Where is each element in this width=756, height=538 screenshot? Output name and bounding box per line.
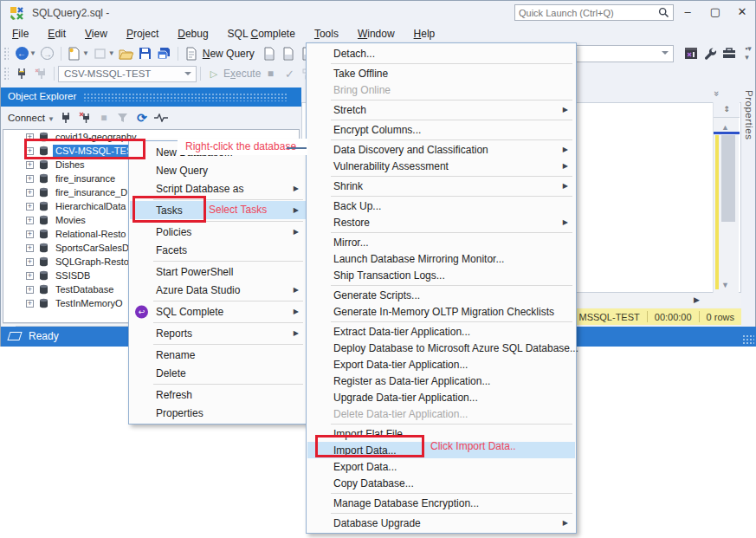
add-item-dropdown-caret-icon[interactable]: ▼: [108, 49, 115, 57]
wrench-icon[interactable]: [701, 44, 719, 62]
database-name[interactable]: SQLGraph-Resto: [53, 256, 132, 268]
menu-item-deploy-database-to-microsoft-azure-sql-database[interactable]: Deploy Database to Microsoft Azure SQL D…: [307, 340, 575, 356]
connect-dropdown[interactable]: Connect ▼: [8, 113, 55, 123]
menu-item-detach[interactable]: Detach...: [307, 45, 575, 62]
menu-item-delete[interactable]: Delete: [130, 364, 306, 382]
save-icon[interactable]: [137, 45, 154, 62]
new-file-icon[interactable]: [66, 45, 83, 62]
menu-item-policies[interactable]: Policies▶: [130, 223, 306, 241]
database-name[interactable]: SSISDB: [53, 269, 93, 282]
expand-icon[interactable]: +: [26, 189, 34, 197]
menu-item-back-up[interactable]: Back Up...: [307, 198, 575, 214]
expand-icon[interactable]: +: [26, 258, 34, 266]
menu-item-manage-database-encryption[interactable]: Manage Database Encryption...: [307, 495, 575, 511]
menubar-item-help[interactable]: Help: [404, 26, 445, 43]
new-file-dropdown-caret-icon[interactable]: ▼: [82, 49, 89, 57]
execute-play-icon[interactable]: ▷: [205, 65, 223, 82]
scrollbar-thumb[interactable]: [721, 135, 735, 222]
menubar-item-sql-complete[interactable]: SQL Complete: [218, 26, 305, 43]
navigate-back-icon[interactable]: ←: [13, 45, 30, 62]
toolbar-overflow-icon[interactable]: ▪▾▾: [740, 44, 756, 62]
minimize-button[interactable]: –: [676, 3, 699, 22]
expand-icon[interactable]: +: [26, 175, 34, 183]
menu-item-upgrade-data-tier-application[interactable]: Upgrade Data-tier Application...: [307, 389, 575, 405]
database-name[interactable]: Dishes: [53, 159, 87, 171]
execute-button[interactable]: Execute: [223, 68, 261, 80]
quick-launch-box[interactable]: [514, 4, 674, 21]
open-file-icon[interactable]: [118, 45, 135, 62]
object-explorer-titlebar[interactable]: Object Explorer: [1, 88, 301, 107]
menu-item-shrink[interactable]: Shrink▶: [307, 178, 575, 194]
maximize-button[interactable]: ▢: [704, 3, 727, 22]
change-connection-icon[interactable]: [32, 65, 49, 82]
menu-item-export-data-tier-application[interactable]: Export Data-tier Application...: [307, 356, 575, 373]
scroll-up-icon[interactable]: ▲: [721, 123, 729, 132]
menu-item-ship-transaction-logs[interactable]: Ship Transaction Logs...: [307, 267, 575, 283]
menu-item-export-data[interactable]: Export Data...: [307, 458, 575, 475]
database-name[interactable]: TestDatabase: [53, 283, 116, 295]
save-all-icon[interactable]: [156, 45, 173, 62]
menubar-item-view[interactable]: View: [75, 26, 117, 43]
mdx-query-icon[interactable]: [261, 45, 278, 62]
scroll-right-icon[interactable]: ▶: [694, 295, 700, 304]
connect-icon[interactable]: [13, 65, 30, 82]
expand-icon[interactable]: +: [26, 272, 34, 280]
disconnect-plug-icon[interactable]: [76, 109, 94, 126]
menu-item-register-as-data-tier-application[interactable]: Register as Data-tier Application...: [307, 373, 575, 389]
menu-item-stretch[interactable]: Stretch▶: [307, 101, 575, 118]
menubar-item-file[interactable]: File: [3, 26, 38, 43]
menu-item-take-offline[interactable]: Take Offline: [307, 65, 575, 81]
database-name[interactable]: TestInMemoryO: [53, 297, 126, 309]
menu-item-start-powershell[interactable]: Start PowerShell: [130, 263, 306, 281]
menu-item-sql-complete[interactable]: ↩SQL Complete▶: [130, 302, 306, 321]
menu-item-facets[interactable]: Facets: [130, 241, 306, 259]
quick-launch-input[interactable]: [519, 6, 649, 19]
menu-item-encrypt-columns[interactable]: Encrypt Columns...: [307, 121, 575, 138]
toolbox-icon[interactable]: [720, 44, 738, 62]
available-databases-combo[interactable]: CSV-MSSQL-TEST: [58, 66, 197, 82]
menu-item-reports[interactable]: Reports▶: [130, 324, 306, 342]
database-name[interactable]: HierarchicalData: [53, 200, 128, 212]
connect-plug-icon[interactable]: [57, 109, 74, 126]
database-name[interactable]: Movies: [53, 214, 88, 226]
menu-item-launch-database-mirroring-monitor[interactable]: Launch Database Mirroring Monitor...: [307, 250, 575, 267]
close-button[interactable]: ✕: [731, 3, 753, 22]
menu-item-refresh[interactable]: Refresh: [130, 386, 306, 404]
back-dropdown-caret-icon[interactable]: ▼: [29, 49, 36, 57]
menu-item-restore[interactable]: Restore▶: [307, 214, 575, 230]
activity-monitor-icon[interactable]: [152, 109, 170, 126]
expand-icon[interactable]: +: [26, 230, 34, 238]
add-item-icon[interactable]: [92, 45, 109, 62]
expand-icon[interactable]: +: [26, 161, 34, 169]
menubar-item-tools[interactable]: Tools: [305, 26, 348, 43]
expand-icon[interactable]: +: [26, 203, 34, 211]
refresh-icon[interactable]: ⟳: [133, 109, 151, 126]
menu-item-generate-in-memory-oltp-migration-checklists[interactable]: Generate In-Memory OLTP Migration Checkl…: [307, 303, 575, 320]
filter-icon[interactable]: [114, 109, 132, 126]
dmx-query-icon[interactable]: [280, 45, 297, 62]
menu-item-generate-scripts[interactable]: Generate Scripts...: [307, 287, 575, 303]
menu-item-database-upgrade[interactable]: Database Upgrade▶: [307, 515, 575, 531]
expand-icon[interactable]: +: [26, 217, 34, 224]
menubar-item-edit[interactable]: Edit: [38, 26, 75, 43]
new-query-button[interactable]: New Query: [203, 48, 255, 60]
database-name[interactable]: fire_insurance: [53, 172, 118, 185]
menu-item-properties[interactable]: Properties: [130, 404, 306, 422]
toolbar-grip[interactable]: [3, 67, 9, 81]
database-name[interactable]: Relational-Resto: [53, 228, 128, 240]
parse-check-icon[interactable]: ✓: [281, 65, 298, 82]
menu-item-extract-data-tier-application[interactable]: Extract Data-tier Application...: [307, 323, 575, 340]
splitter-handle-icon[interactable]: ⇕: [714, 102, 740, 118]
menubar-item-project[interactable]: Project: [117, 26, 168, 43]
menubar-item-debug[interactable]: Debug: [168, 26, 217, 43]
ssms-window-icon[interactable]: [682, 44, 700, 62]
toolbar-grip[interactable]: [3, 47, 9, 61]
menu-item-vulnerability-assessment[interactable]: Vulnerability Assessment▶: [307, 158, 575, 174]
scroll-down-icon[interactable]: ▼: [721, 281, 729, 289]
expand-icon[interactable]: +: [26, 244, 34, 252]
resize-grip[interactable]: [742, 334, 754, 345]
database-name[interactable]: SportsCarSalesD: [53, 242, 132, 254]
stop-icon[interactable]: ■: [262, 65, 279, 82]
menu-item-rename[interactable]: Rename: [130, 346, 306, 364]
stop-icon[interactable]: ■: [95, 109, 113, 126]
